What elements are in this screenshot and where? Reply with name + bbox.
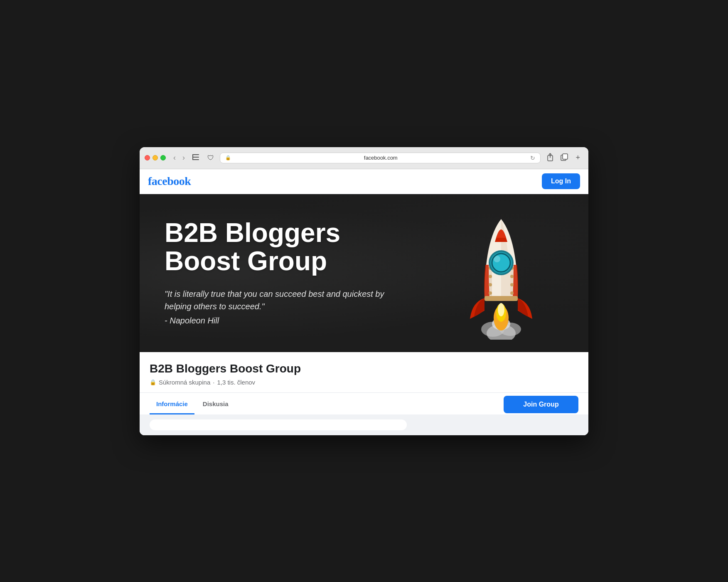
svg-point-19 [510,275,514,278]
duplicate-icon [561,153,568,161]
group-info-section: B2B Bloggers Boost Group 🔒 Súkromná skup… [140,352,588,414]
members-count: 1,3 tis. členov [217,379,255,386]
cover-text: B2B Bloggers Boost Group "It is literall… [165,219,439,326]
cover-quote: "It is literally true that you can succe… [165,288,406,327]
svg-point-21 [510,291,514,295]
share-button[interactable] [544,151,556,165]
svg-rect-2 [192,159,199,160]
facebook-logo: facebook [148,175,191,188]
cover-banner: B2B Bloggers Boost Group "It is literall… [140,194,588,352]
privacy-label: Súkromná skupina [159,379,210,386]
duplicate-button[interactable] [558,151,571,165]
traffic-lights [145,155,166,160]
page-content: facebook Log In B2B Bloggers Boost Group… [140,169,588,435]
add-tab-button[interactable]: + [572,151,583,165]
login-button[interactable]: Log In [542,173,580,189]
forward-button[interactable]: › [181,153,187,163]
tab-info[interactable]: Informácie [150,395,194,414]
rocket-svg [447,207,555,340]
url-display: facebook.com [234,155,528,161]
svg-point-17 [489,291,492,295]
group-meta: 🔒 Súkromná skupina · 1,3 tis. členov [150,379,578,386]
svg-rect-1 [192,157,199,158]
browser-actions: + [544,151,583,165]
browser-chrome: ‹ › 🛡 🔒 facebook.com ↻ [140,147,588,169]
cover-title: B2B Bloggers Boost Group [165,219,439,275]
reload-button[interactable]: ↻ [530,155,535,161]
close-button[interactable] [145,155,150,160]
cover-author: - Napoleon Hill [165,314,406,327]
bottom-preview [140,414,588,435]
svg-point-16 [489,283,492,286]
svg-rect-6 [563,154,568,159]
address-bar[interactable]: 🔒 facebook.com ↻ [220,153,541,163]
tab-discussion[interactable]: Diskusia [196,395,235,414]
svg-point-13 [498,303,504,316]
share-icon [546,153,554,161]
preview-bar [150,419,407,430]
svg-rect-27 [485,296,518,301]
svg-rect-3 [192,154,193,160]
privacy-lock-icon: 🔒 [150,379,156,385]
facebook-header: facebook Log In [140,169,588,194]
shield-button[interactable]: 🛡 [205,153,216,163]
sidebar-icon [192,154,199,160]
tabs: Informácie Diskusia [150,395,235,414]
sidebar-button[interactable] [190,153,202,163]
back-button[interactable]: ‹ [172,153,177,163]
group-tabs-row: Informácie Diskusia Join Group [150,393,578,414]
lock-icon: 🔒 [225,155,231,160]
group-name: B2B Bloggers Boost Group [150,362,578,375]
join-group-button[interactable]: Join Group [504,396,578,413]
browser-window: ‹ › 🛡 🔒 facebook.com ↻ [140,147,588,435]
browser-toolbar: ‹ › 🛡 🔒 facebook.com ↻ [145,151,583,169]
svg-point-15 [489,275,492,278]
minimize-button[interactable] [152,155,158,160]
cover-content: B2B Bloggers Boost Group "It is literall… [140,194,588,352]
svg-rect-0 [192,154,199,155]
rocket-illustration [439,207,563,340]
maximize-button[interactable] [160,155,166,160]
svg-point-20 [510,283,514,286]
meta-separator: · [213,379,214,386]
